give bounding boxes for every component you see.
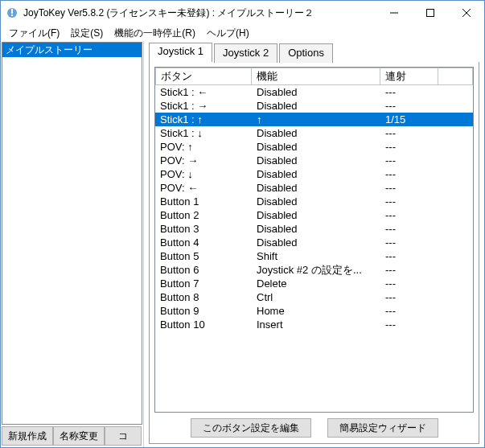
app-window: JoyToKey Ver5.8.2 (ライセンスキー未登録) : メイプルストー… xyxy=(0,0,485,448)
cell-function: Disabled xyxy=(252,99,380,113)
cell-function: Joystick #2 の設定を... xyxy=(252,263,380,277)
listview-header: ボタン 機能 連射 xyxy=(155,68,473,85)
cell-rapid: --- xyxy=(380,290,438,304)
cell-button: Button 1 xyxy=(155,195,252,208)
copy-profile-button[interactable]: コ xyxy=(105,426,142,446)
profile-item[interactable]: メイプルストーリー xyxy=(2,43,142,57)
menu-file[interactable]: ファイル(F) xyxy=(4,25,64,42)
bottom-buttons: このボタン設定を編集 簡易設定ウィザード xyxy=(154,413,474,438)
col-rapid[interactable]: 連射 xyxy=(380,68,438,85)
app-icon xyxy=(6,6,18,19)
cell-button: Button 5 xyxy=(155,249,252,263)
window-title: JoyToKey Ver5.8.2 (ライセンスキー未登録) : メイプルストー… xyxy=(23,6,376,20)
cell-function: Home xyxy=(252,304,380,318)
main-panel: Joystick 1Joystick 2Options ボタン 機能 連射 St… xyxy=(144,41,484,447)
cell-button: Button 9 xyxy=(155,304,252,318)
menu-help[interactable]: ヘルプ(H) xyxy=(202,25,254,42)
cell-function: Disabled xyxy=(252,208,380,222)
table-row[interactable]: Stick1 : ←Disabled--- xyxy=(155,85,473,99)
cell-rapid: --- xyxy=(380,236,438,249)
tabs: Joystick 1Joystick 2Options xyxy=(149,43,479,62)
cell-function: Disabled xyxy=(252,85,380,99)
cell-function: Disabled xyxy=(252,181,380,195)
cell-function: Shift xyxy=(252,249,380,263)
table-row[interactable]: Button 5Shift--- xyxy=(155,249,473,263)
tab-joystick-1[interactable]: Joystick 1 xyxy=(149,43,212,62)
cell-rapid: --- xyxy=(380,99,438,113)
cell-rapid: --- xyxy=(380,263,438,277)
table-row[interactable]: POV: ←Disabled--- xyxy=(155,181,473,195)
cell-function: Insert xyxy=(252,318,380,331)
cell-rapid: --- xyxy=(380,195,438,208)
cell-button: POV: ← xyxy=(155,181,252,195)
cell-button: Stick1 : ↓ xyxy=(155,126,252,140)
cell-button: POV: → xyxy=(155,154,252,167)
table-row[interactable]: Button 3Disabled--- xyxy=(155,222,473,236)
cell-rapid: --- xyxy=(380,181,438,195)
tab-panel: ボタン 機能 連射 Stick1 : ←Disabled---Stick1 : … xyxy=(149,62,479,444)
table-row[interactable]: Button 8Ctrl--- xyxy=(155,290,473,304)
svg-rect-4 xyxy=(426,10,434,17)
table-row[interactable]: Stick1 : ↑↑1/15 xyxy=(155,113,473,126)
titlebar[interactable]: JoyToKey Ver5.8.2 (ライセンスキー未登録) : メイプルストー… xyxy=(1,1,484,25)
cell-function: Delete xyxy=(252,277,380,290)
cell-function: Disabled xyxy=(252,126,380,140)
svg-rect-1 xyxy=(11,9,13,14)
col-filler xyxy=(438,68,473,85)
profile-list[interactable]: メイプルストーリー xyxy=(2,42,142,425)
svg-rect-2 xyxy=(11,14,13,16)
tab-joystick-2[interactable]: Joystick 2 xyxy=(214,43,277,63)
table-row[interactable]: Button 9Home--- xyxy=(155,304,473,318)
close-button[interactable] xyxy=(448,1,484,25)
cell-rapid: --- xyxy=(380,140,438,154)
cell-button: Stick1 : ↑ xyxy=(155,113,252,126)
cell-button: Button 6 xyxy=(155,263,252,277)
cell-rapid: --- xyxy=(380,249,438,263)
cell-button: POV: ↓ xyxy=(155,167,252,181)
cell-button: POV: ↑ xyxy=(155,140,252,154)
table-row[interactable]: Button 4Disabled--- xyxy=(155,236,473,249)
cell-rapid: --- xyxy=(380,318,438,331)
col-function[interactable]: 機能 xyxy=(252,68,380,85)
table-row[interactable]: POV: →Disabled--- xyxy=(155,154,473,167)
rename-profile-button[interactable]: 名称変更 xyxy=(53,426,105,446)
table-row[interactable]: Button 7Delete--- xyxy=(155,277,473,290)
cell-rapid: --- xyxy=(380,167,438,181)
menubar: ファイル(F) 設定(S) 機能の一時停止(R) ヘルプ(H) xyxy=(1,25,484,41)
cell-function: Disabled xyxy=(252,140,380,154)
table-row[interactable]: POV: ↓Disabled--- xyxy=(155,167,473,181)
cell-button: Stick1 : ← xyxy=(155,85,252,99)
cell-rapid: --- xyxy=(380,154,438,167)
cell-button: Button 10 xyxy=(155,318,252,331)
cell-function: Ctrl xyxy=(252,290,380,304)
sidebar: メイプルストーリー 新規作成 名称変更 コ xyxy=(1,41,144,447)
maximize-button[interactable] xyxy=(412,1,448,25)
new-profile-button[interactable]: 新規作成 xyxy=(2,426,53,446)
table-row[interactable]: Stick1 : ↓Disabled--- xyxy=(155,126,473,140)
cell-button: Button 7 xyxy=(155,277,252,290)
table-row[interactable]: Button 2Disabled--- xyxy=(155,208,473,222)
col-button[interactable]: ボタン xyxy=(155,68,252,85)
cell-function: Disabled xyxy=(252,236,380,249)
listview-body[interactable]: Stick1 : ←Disabled---Stick1 : →Disabled-… xyxy=(155,85,473,412)
client-area: メイプルストーリー 新規作成 名称変更 コ Joystick 1Joystick… xyxy=(1,41,484,447)
cell-rapid: --- xyxy=(380,222,438,236)
tab-options[interactable]: Options xyxy=(279,43,333,63)
easy-config-wizard[interactable]: 簡易設定ウィザード xyxy=(327,418,438,438)
table-row[interactable]: Button 1Disabled--- xyxy=(155,195,473,208)
table-row[interactable]: Button 10Insert--- xyxy=(155,318,473,331)
edit-button-settings[interactable]: このボタン設定を編集 xyxy=(191,418,311,438)
cell-function: ↑ xyxy=(252,113,380,126)
menu-pause[interactable]: 機能の一時停止(R) xyxy=(109,25,200,42)
cell-rapid: --- xyxy=(380,208,438,222)
cell-button: Button 3 xyxy=(155,222,252,236)
table-row[interactable]: POV: ↑Disabled--- xyxy=(155,140,473,154)
cell-button: Stick1 : → xyxy=(155,99,252,113)
cell-function: Disabled xyxy=(252,167,380,181)
cell-rapid: --- xyxy=(380,277,438,290)
menu-settings[interactable]: 設定(S) xyxy=(66,25,108,42)
table-row[interactable]: Stick1 : →Disabled--- xyxy=(155,99,473,113)
button-listview[interactable]: ボタン 機能 連射 Stick1 : ←Disabled---Stick1 : … xyxy=(154,67,474,413)
table-row[interactable]: Button 6Joystick #2 の設定を...--- xyxy=(155,263,473,277)
minimize-button[interactable] xyxy=(376,1,412,25)
